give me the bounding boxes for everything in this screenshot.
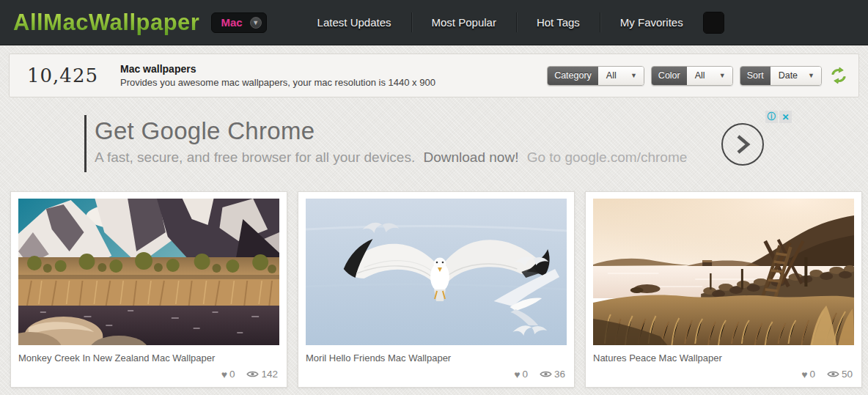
heart-icon: ♥ (514, 369, 520, 380)
main-nav: Latest Updates Most Popular Hot Tags My … (298, 10, 703, 35)
category-filter[interactable]: Category All ▼ (547, 66, 644, 86)
chevron-right-icon (734, 134, 751, 155)
wallpaper-title[interactable]: Moril Hello Friends Mac Wallpaper (306, 352, 567, 363)
wallpaper-card: Natures Peace Mac Wallpaper ♥ 0 50 (585, 191, 862, 388)
page-title: Mac wallpapers (120, 63, 435, 75)
nav-latest-updates[interactable]: Latest Updates (298, 12, 411, 32)
site-logo[interactable]: AllMacWallpaper (13, 10, 199, 36)
ad-banner: Get Google Chrome A fast, secure, and fr… (84, 111, 792, 177)
heart-icon: ♥ (221, 369, 227, 380)
ad-link-text: Go to google.com/chrome (527, 149, 688, 165)
chevron-down-icon: ▼ (719, 67, 726, 85)
color-filter-value[interactable]: All ▼ (687, 67, 732, 85)
top-bar: AllMacWallpaper Mac ▼ Latest Updates Mos… (0, 0, 868, 45)
views-stat: 142 (246, 369, 278, 380)
category-filter-label: Category (548, 67, 598, 85)
likes-stat: ♥ 0 (221, 369, 235, 380)
wallpaper-card: Monkey Creek In New Zealand Mac Wallpape… (10, 191, 287, 388)
refresh-button[interactable] (828, 66, 849, 85)
likes-stat: ♥ 0 (801, 369, 815, 380)
ad-description: A fast, secure, and free browser for all… (95, 149, 415, 165)
ad-close-icon[interactable]: ✕ (779, 111, 792, 123)
color-filter-selected: All (695, 67, 705, 85)
ad-divider (84, 115, 87, 172)
wallpaper-stats: ♥ 0 36 (307, 369, 565, 380)
eye-icon (827, 370, 839, 378)
seagulls-art (306, 199, 567, 345)
views-count: 142 (261, 369, 278, 380)
wallpaper-thumbnail-natures-peace[interactable] (593, 199, 854, 345)
color-filter[interactable]: Color All ▼ (651, 66, 733, 86)
sepia-landscape-art (593, 199, 854, 345)
wallpaper-title[interactable]: Natures Peace Mac Wallpaper (593, 352, 854, 363)
wallpaper-title[interactable]: Monkey Creek In New Zealand Mac Wallpape… (18, 352, 279, 363)
wallpaper-stats: ♥ 0 142 (20, 369, 278, 380)
chevron-down-icon: ▼ (808, 67, 814, 85)
ad-arrow-button[interactable] (721, 123, 764, 166)
views-count: 36 (554, 369, 565, 380)
views-stat: 36 (540, 369, 565, 380)
sort-filter-label: Sort (740, 67, 770, 85)
eye-icon (540, 370, 552, 378)
search-input[interactable] (704, 12, 724, 33)
likes-count: 0 (229, 369, 235, 380)
wallpaper-thumbnail-monkey-creek[interactable] (18, 199, 279, 345)
mountain-creek-art (18, 199, 279, 345)
platform-select-value: Mac (221, 16, 242, 29)
page-title-block: Mac wallpapers Provides you awesome mac … (120, 63, 435, 88)
nav-hot-tags[interactable]: Hot Tags (516, 12, 600, 32)
ad-link[interactable]: Get Google Chrome A fast, secure, and fr… (84, 111, 792, 166)
platform-select[interactable]: Mac ▼ (211, 12, 266, 33)
nav-my-favorites[interactable]: My Favorites (600, 12, 703, 32)
likes-stat: ♥ 0 (514, 369, 528, 380)
sort-filter-selected: Date (779, 67, 798, 85)
ad-choices: ⓘ ✕ (765, 111, 792, 123)
sort-filter[interactable]: Sort Date ▼ (740, 66, 822, 86)
chevron-down-icon: ▼ (630, 67, 637, 85)
ad-headline[interactable]: Get Google Chrome (95, 117, 792, 145)
category-filter-value[interactable]: All ▼ (598, 67, 644, 85)
ad-info-icon[interactable]: ⓘ (765, 111, 778, 123)
wallpaper-count: 10,425 (27, 64, 98, 86)
chevron-down-icon: ▼ (250, 17, 262, 29)
ad-cta: Download now! (424, 149, 519, 165)
ad-subline[interactable]: A fast, secure, and free browser for all… (95, 149, 792, 166)
search-box (703, 12, 724, 34)
views-stat: 50 (827, 369, 853, 380)
wallpaper-grid: Monkey Creek In New Zealand Mac Wallpape… (10, 191, 868, 388)
heart-icon: ♥ (801, 369, 807, 380)
nav-most-popular[interactable]: Most Popular (411, 12, 516, 32)
likes-count: 0 (522, 369, 528, 380)
likes-count: 0 (809, 369, 815, 380)
wallpaper-card: Moril Hello Friends Mac Wallpaper ♥ 0 36 (298, 191, 575, 388)
views-count: 50 (842, 369, 853, 380)
wallpaper-stats: ♥ 0 50 (595, 369, 853, 380)
color-filter-label: Color (652, 67, 687, 85)
eye-icon (246, 370, 259, 378)
category-filter-selected: All (606, 67, 617, 85)
page: AllMacWallpaper Mac ▼ Latest Updates Mos… (0, 0, 868, 395)
page-subtitle: Provides you awesome mac wallpapers, you… (120, 77, 435, 88)
refresh-icon (828, 66, 849, 85)
sort-filter-value[interactable]: Date ▼ (770, 67, 821, 85)
wallpaper-thumbnail-seagulls[interactable] (306, 199, 567, 345)
filter-bar: Category All ▼ Color All ▼ Sort Date ▼ (547, 66, 849, 86)
list-header: 10,425 Mac wallpapers Provides you aweso… (9, 53, 859, 97)
